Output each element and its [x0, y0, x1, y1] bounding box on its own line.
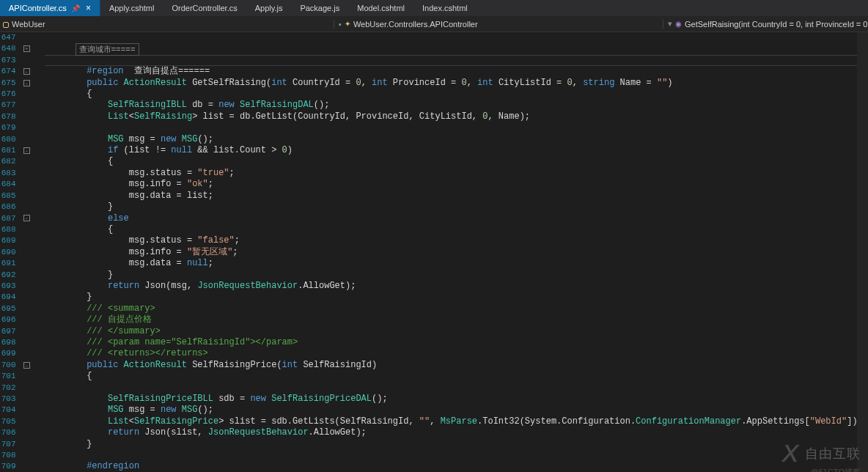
- code-line[interactable]: [45, 32, 868, 43]
- tab-bar: APIController.cs📌×Apply.cshtmlOrderContr…: [0, 0, 868, 16]
- code-line[interactable]: {: [45, 224, 868, 235]
- tab-package-js[interactable]: Package.js: [291, 0, 348, 16]
- code-line[interactable]: return Json(msg, JsonRequestBehavior.All…: [45, 281, 868, 292]
- code-line[interactable]: msg.status = "false";: [45, 235, 868, 246]
- tab-ordercontroller-cs[interactable]: OrderController.cs: [163, 0, 246, 16]
- line-number: 706: [0, 427, 22, 438]
- fold-toggle[interactable]: -: [23, 362, 30, 369]
- line-number: 688: [0, 224, 22, 235]
- code-line[interactable]: public ActionResult SelfRaisingPrice(int…: [45, 360, 868, 371]
- line-number: 675: [0, 78, 22, 89]
- code-line[interactable]: MSG msg = new MSG();: [45, 134, 868, 145]
- line-number: 684: [0, 179, 22, 190]
- code-area-wrap: 查询城市===== #region 查询自提点====== public Act…: [45, 32, 868, 472]
- code-area[interactable]: #region 查询自提点====== public ActionResult …: [45, 32, 868, 472]
- code-line[interactable]: msg.data = list;: [45, 191, 868, 202]
- nav-right[interactable]: ▾ ◉ GetSelfRaising(int CountryId = 0, in…: [663, 19, 868, 29]
- close-icon[interactable]: ×: [86, 3, 91, 13]
- line-number: 678: [0, 111, 22, 122]
- code-line[interactable]: [45, 383, 868, 394]
- fold-toggle[interactable]: -: [23, 80, 30, 86]
- tab-apply-js[interactable]: Apply.js: [246, 0, 292, 16]
- line-number: 677: [0, 100, 22, 111]
- code-line[interactable]: else: [45, 213, 868, 224]
- code-line[interactable]: if (list != null && list.Count > 0): [45, 145, 868, 156]
- line-number: 648: [0, 43, 22, 54]
- fold-toggle[interactable]: +: [23, 45, 30, 52]
- code-line[interactable]: msg.info = "暂无区域";: [45, 247, 868, 258]
- fold-gutter: +-----: [22, 32, 45, 472]
- nav-method: GetSelfRaising(int CountryId = 0, int Pr…: [685, 20, 867, 29]
- code-line[interactable]: [45, 450, 868, 461]
- line-number: 708: [0, 450, 22, 461]
- code-line[interactable]: MSG msg = new MSG();: [45, 405, 868, 416]
- nav-left[interactable]: WebUser: [0, 20, 334, 29]
- line-number: 673: [0, 55, 22, 66]
- line-number: 679: [0, 122, 22, 133]
- watermark: X 自由互联 @51CTO博客: [781, 439, 861, 468]
- code-line[interactable]: /// 自提点价格: [45, 314, 868, 325]
- code-line[interactable]: public ActionResult GetSelfRaising(int C…: [45, 78, 868, 89]
- line-number: 697: [0, 326, 22, 337]
- code-line[interactable]: #region 查询自提点======: [45, 66, 868, 77]
- fold-toggle[interactable]: -: [23, 147, 30, 154]
- code-line[interactable]: }: [45, 202, 868, 213]
- code-line[interactable]: SelfRaisingIBLL db = new SelfRaisingDAL(…: [45, 100, 868, 111]
- tab-index-cshtml[interactable]: Index.cshtml: [413, 0, 477, 16]
- line-number: 693: [0, 281, 22, 292]
- line-number: 686: [0, 202, 22, 213]
- code-line[interactable]: /// <param name="SelfRaisingId"></param>: [45, 337, 868, 348]
- line-number: 691: [0, 258, 22, 269]
- code-line[interactable]: [45, 43, 868, 54]
- line-number: 682: [0, 156, 22, 167]
- code-line[interactable]: SelfRaisingPriceIBLL sdb = new SelfRaisi…: [45, 394, 868, 405]
- line-number: 705: [0, 416, 22, 427]
- code-line[interactable]: [45, 122, 868, 133]
- line-number: 687: [0, 213, 22, 224]
- code-line[interactable]: msg.data = null;: [45, 258, 868, 269]
- line-number: 703: [0, 394, 22, 405]
- tab-label: APIController.cs: [9, 4, 67, 12]
- line-number: 704: [0, 405, 22, 416]
- code-line[interactable]: /// </summary>: [45, 326, 868, 337]
- code-line[interactable]: }: [45, 270, 868, 281]
- code-line[interactable]: List<SelfRaisingPrice> slist = sdb.GetLi…: [45, 416, 868, 427]
- code-line[interactable]: [45, 55, 868, 66]
- code-line[interactable]: msg.info = "ok";: [45, 179, 868, 190]
- tab-apply-cshtml[interactable]: Apply.cshtml: [100, 0, 163, 16]
- line-number: 694: [0, 292, 22, 303]
- line-number: 698: [0, 337, 22, 348]
- code-line[interactable]: /// <summary>: [45, 303, 868, 314]
- code-line[interactable]: msg.status = "true";: [45, 168, 868, 179]
- nav-mid[interactable]: ▪ ✦ WebUser.Controllers.APIController: [334, 20, 663, 29]
- fold-toggle[interactable]: -: [23, 68, 30, 75]
- code-line[interactable]: return Json(slist, JsonRequestBehavior.A…: [45, 427, 868, 438]
- code-line[interactable]: }: [45, 439, 868, 450]
- code-line[interactable]: {: [45, 156, 868, 167]
- line-number: 690: [0, 247, 22, 258]
- code-line[interactable]: {: [45, 371, 868, 382]
- line-number: 680: [0, 134, 22, 145]
- line-number: 683: [0, 168, 22, 179]
- pin-icon: 📌: [71, 4, 80, 12]
- watermark-logo-icon: X: [781, 439, 799, 468]
- tab-label: Package.js: [300, 4, 339, 12]
- tab-model-cshtml[interactable]: Model.cshtml: [348, 0, 413, 16]
- line-number: 685: [0, 191, 22, 202]
- code-line[interactable]: List<SelfRaising> list = db.GetList(Coun…: [45, 111, 868, 122]
- tab-label: Index.cshtml: [422, 4, 468, 12]
- vertical-scrollbar[interactable]: [857, 32, 868, 472]
- code-line[interactable]: }: [45, 292, 868, 303]
- code-line[interactable]: {: [45, 89, 868, 100]
- tab-label: Apply.js: [255, 4, 283, 12]
- code-line[interactable]: #endregion: [45, 461, 868, 472]
- tab-apicontroller-cs[interactable]: APIController.cs📌×: [0, 0, 100, 16]
- navbar: WebUser ▪ ✦ WebUser.Controllers.APIContr…: [0, 16, 868, 32]
- nav-scope: WebUser: [12, 20, 45, 29]
- editor: 6476486736746756766776786796806816826836…: [0, 32, 868, 472]
- fold-toggle[interactable]: -: [23, 215, 30, 221]
- code-line[interactable]: /// <returns></returns>: [45, 348, 868, 359]
- line-number: 700: [0, 360, 22, 371]
- line-number: 707: [0, 439, 22, 450]
- line-number: 699: [0, 348, 22, 359]
